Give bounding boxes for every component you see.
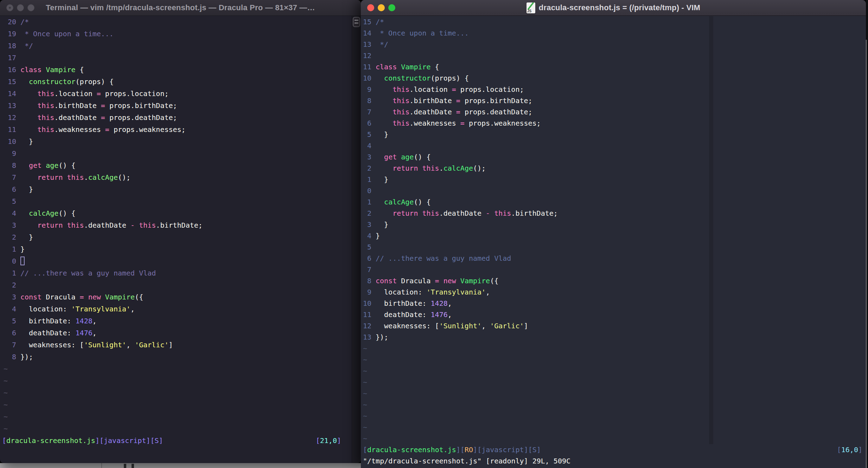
code-line: 2 return this.calcAge();	[361, 163, 866, 174]
minimize-button-icon[interactable]	[378, 4, 385, 11]
code-line: 1 }	[361, 174, 866, 185]
tilde-line: ~	[361, 343, 866, 354]
code-line: 9 location: 'Transylvania',	[361, 286, 866, 298]
code-line: 10 }	[0, 135, 352, 147]
tilde-line: ~	[0, 399, 352, 411]
code-line: 14 * Once upon a time...	[361, 27, 866, 39]
code-line: 5 birthDate: 1428,	[0, 315, 352, 327]
tilde-line: ~	[361, 399, 866, 410]
document-proxy-icon[interactable]: JS	[526, 2, 535, 13]
code-line: 16class Vampire {	[0, 64, 352, 76]
code-line: 3const Dracula = new Vampire({	[0, 291, 352, 303]
zoom-button-icon[interactable]	[388, 4, 395, 11]
code-line: 4 calcAge() {	[0, 207, 352, 219]
terminal-window-title: Terminal — vim /tmp/dracula-screenshot.j…	[46, 3, 315, 12]
vim-statusline: [dracula-screenshot.js][RO][javascript][…	[361, 444, 866, 455]
traffic-lights	[367, 4, 395, 11]
macvim-window-title: dracula-screenshot.js = (/private/tmp) -…	[539, 3, 700, 12]
tilde-line: ~	[0, 387, 352, 399]
terminal-titlebar[interactable]: Terminal — vim /tmp/dracula-screenshot.j…	[0, 0, 361, 16]
code-line: 5 }	[361, 129, 866, 140]
code-line: 10 birthDate: 1428,	[361, 298, 866, 309]
terminal-window: Terminal — vim /tmp/dracula-screenshot.j…	[0, 0, 361, 463]
tilde-line: ~	[361, 433, 866, 444]
code-line: 5	[361, 241, 866, 253]
tilde-line: ~	[0, 411, 352, 423]
code-line: 12 this.deathDate = props.deathDate;	[0, 112, 352, 124]
code-line: 0	[361, 185, 866, 196]
code-line: 3 }	[361, 219, 866, 230]
code-line: 2	[0, 279, 352, 291]
code-line: 6// ...there was a guy named Vlad	[361, 253, 866, 264]
vim-ruler: [21,0]	[316, 435, 341, 447]
code-line: 12	[361, 50, 866, 61]
zoom-button-icon[interactable]	[27, 4, 34, 11]
background-window-divider	[101, 463, 102, 468]
code-line: 11class Vampire {	[361, 61, 866, 72]
tilde-line: ~	[361, 377, 866, 388]
close-button-icon[interactable]	[367, 4, 374, 11]
code-line: 6 this.weaknesses = props.weaknesses;	[361, 118, 866, 129]
code-line: 9	[0, 147, 352, 159]
code-line: 10 constructor(props) {	[361, 72, 866, 84]
code-line: 4}	[361, 230, 866, 241]
tilde-line: ~	[361, 365, 866, 377]
tilde-line: ~	[0, 375, 352, 387]
code-line: 0	[0, 255, 352, 267]
code-line: 15/*	[361, 16, 866, 27]
vim-cursor	[20, 257, 25, 265]
code-line: 7	[361, 264, 866, 275]
background-window-edge	[866, 40, 867, 468]
vim-command-line: "/tmp/dracula-screenshot.js" [readonly] …	[361, 455, 866, 467]
macvim-window-title-group: JS dracula-screenshot.js = (/private/tmp…	[526, 2, 700, 13]
code-line: 11 this.weaknesses = props.weaknesses;	[0, 124, 352, 135]
code-line: 6 deathDate: 1476,	[0, 327, 352, 339]
background-window-text-fragment	[132, 464, 134, 468]
code-line: 4 location: 'Transylvania',	[0, 303, 352, 315]
close-dot-icon	[9, 7, 11, 9]
background-window-text-fragment	[124, 464, 126, 468]
vim-ruler: [16,0]	[837, 444, 862, 455]
macvim-window: JS dracula-screenshot.js = (/private/tmp…	[361, 0, 866, 468]
code-line: 14 this.location = props.location;	[0, 88, 352, 100]
code-line: 13 */	[361, 39, 866, 50]
code-line: 13 this.birthDate = props.birthDate;	[0, 100, 352, 112]
code-line: 1 calcAge() {	[361, 196, 866, 208]
code-line: 3 get age() {	[361, 151, 866, 163]
code-line: 2 }	[0, 231, 352, 243]
code-line: 3 return this.deathDate - this.birthDate…	[0, 219, 352, 231]
vim-statusline: [dracula-screenshot.js][javascript][S][2…	[0, 435, 352, 447]
vim-buffer-right[interactable]: 15/*14 * Once upon a time...13 */1211cla…	[361, 16, 866, 467]
code-line: 11 deathDate: 1476,	[361, 309, 866, 320]
tilde-line: ~	[361, 354, 866, 365]
close-button-icon[interactable]	[6, 4, 13, 11]
code-line: 9 this.location = props.location;	[361, 84, 866, 95]
split-pane-button-icon[interactable]	[353, 17, 360, 27]
code-line: 17	[0, 52, 352, 64]
code-line: 7 return this.calcAge();	[0, 171, 352, 183]
code-line: 4	[361, 140, 866, 151]
vim-command-line	[0, 447, 352, 458]
code-line: 8const Dracula = new Vampire({	[361, 275, 866, 286]
code-line: 13});	[361, 331, 866, 343]
code-line: 8});	[0, 351, 352, 363]
code-line: 8 this.birthDate = props.birthDate;	[361, 95, 866, 106]
vim-buffer-left[interactable]: 20/*19 * Once upon a time...18 */1716cla…	[0, 16, 352, 458]
code-line: 1// ...there was a guy named Vlad	[0, 267, 352, 279]
code-line: 5	[0, 195, 352, 207]
code-line: 19 * Once upon a time...	[0, 28, 352, 40]
macvim-titlebar[interactable]: JS dracula-screenshot.js = (/private/tmp…	[361, 0, 866, 16]
code-line: 12 weaknesses: ['Sunlight', 'Garlic']	[361, 320, 866, 331]
tilde-line: ~	[361, 410, 866, 422]
tilde-line: ~	[0, 423, 352, 435]
code-line: 2 return this.deathDate - this.birthDate…	[361, 208, 866, 219]
code-line: 18 */	[0, 40, 352, 52]
minimize-button-icon[interactable]	[17, 4, 24, 11]
code-line: 6 }	[0, 183, 352, 195]
code-line: 15 constructor(props) {	[0, 76, 352, 88]
code-line: 8 get age() {	[0, 159, 352, 171]
screen: Terminal — vim /tmp/dracula-screenshot.j…	[0, 0, 868, 468]
code-line: 20/*	[0, 16, 352, 28]
terminal-scrollbar[interactable]	[352, 16, 361, 463]
code-line: 7 weaknesses: ['Sunlight', 'Garlic']	[0, 339, 352, 351]
